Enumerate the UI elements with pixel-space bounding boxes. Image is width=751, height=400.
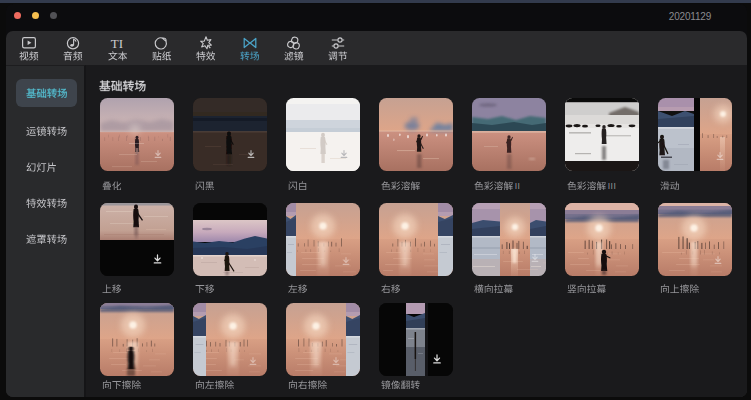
svg-text:TI: TI bbox=[111, 35, 123, 50]
